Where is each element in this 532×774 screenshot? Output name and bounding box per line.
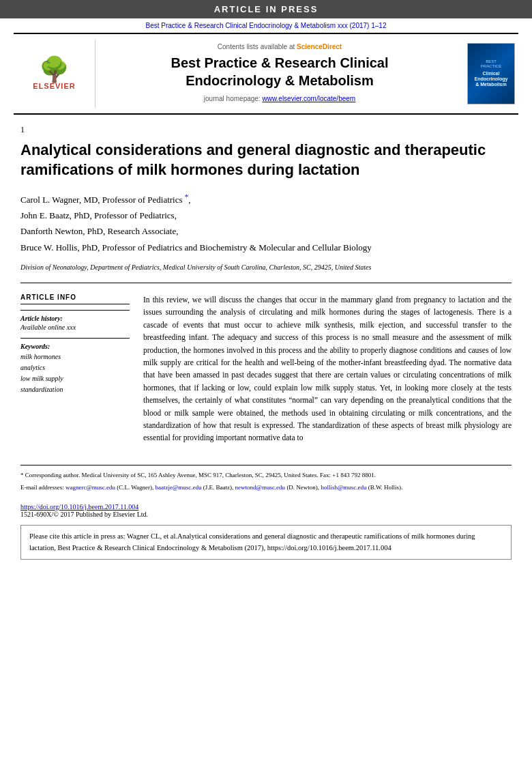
email-link-1[interactable]: wagnerc@musc.edu xyxy=(65,484,115,491)
homepage-link[interactable]: www.elsevier.com/locate/beem xyxy=(262,95,355,102)
journal-info: Contents lists available at ScienceDirec… xyxy=(95,40,464,108)
main-content: 1 Analytical considerations and general … xyxy=(0,115,532,455)
authors-list: Carol L. Wagner, MD, Professor of Pediat… xyxy=(20,190,512,255)
email-addresses: E-mail addresses: wagnerc@musc.edu (C.L.… xyxy=(20,483,512,493)
keyword-4: standardization xyxy=(20,384,130,395)
email-name-2: (J.E. Baatz), xyxy=(203,484,235,491)
email-link-4[interactable]: hollish@musc.edu xyxy=(321,484,366,491)
email-name-1: (C.L. Wagner), xyxy=(117,484,155,491)
keyword-3: low milk supply xyxy=(20,373,130,384)
keyword-1: milk hormones xyxy=(20,352,130,362)
cover-thumbnail: BESTPRACTICE ClinicalEndocrinology& Meta… xyxy=(467,43,515,104)
author-1: Carol L. Wagner, MD, Professor of Pediat… xyxy=(20,195,191,205)
sciencedirect-label: Contents lists available at xyxy=(218,43,295,51)
doi-section: https://doi.org/10.1016/j.beem.2017.11.0… xyxy=(20,503,512,518)
two-column-layout: ARTICLE INFO Article history: Available … xyxy=(20,293,512,444)
journal-title: Best Practice & Research Clinical Endocr… xyxy=(106,54,454,89)
journal-cover-image: BESTPRACTICE ClinicalEndocrinology& Meta… xyxy=(464,40,518,108)
corresponding-author-marker: * xyxy=(185,192,189,200)
email-label: E-mail addresses: xyxy=(20,484,64,491)
elsevier-tree-icon: 🌳 xyxy=(39,57,70,82)
abstract-text: In this review, we will discuss the chan… xyxy=(143,293,512,444)
journal-header: 🌳 ELSEVIER Contents lists available at S… xyxy=(14,33,518,115)
author-4: Bruce W. Hollis, PhD, Professor of Pedia… xyxy=(20,242,372,253)
info-divider xyxy=(20,310,130,311)
email-name-3: (D. Newton), xyxy=(286,484,321,491)
article-in-press-banner: ARTICLE IN PRESS xyxy=(0,0,532,18)
journal-reference: Best Practice & Research Clinical Endocr… xyxy=(0,18,532,33)
email-name-4: (B.W. Hollis). xyxy=(368,484,403,491)
divider-line xyxy=(20,283,512,283)
author-2: John E. Baatz, PhD, Professor of Pediatr… xyxy=(20,210,177,220)
email-link-2[interactable]: baatzje@musc.edu xyxy=(156,484,202,491)
history-value: Available online xxx xyxy=(20,324,130,331)
affiliation: Division of Neonatology, Department of P… xyxy=(20,262,512,272)
elsevier-brand-text: ELSEVIER xyxy=(33,82,75,90)
email-link-3[interactable]: newtond@musc.edu xyxy=(235,484,286,491)
article-info-title: ARTICLE INFO xyxy=(20,293,130,304)
footnote-section: * Corresponding author. Medical Universi… xyxy=(20,465,512,493)
issn-text: 1521-690X/© 2017 Published by Elsevier L… xyxy=(20,511,148,518)
info-divider-2 xyxy=(20,338,130,339)
abstract-section: In this review, we will discuss the chan… xyxy=(143,293,512,444)
article-info-section: ARTICLE INFO Article history: Available … xyxy=(20,293,130,444)
keyword-2: analytics xyxy=(20,362,130,373)
cover-text-best: BESTPRACTICE xyxy=(481,59,501,69)
elsevier-logo: 🌳 ELSEVIER xyxy=(14,40,95,108)
journal-homepage: journal homepage: www.elsevier.com/locat… xyxy=(106,95,454,102)
article-title: Analytical considerations and general di… xyxy=(20,141,512,180)
sciencedirect-line: Contents lists available at ScienceDirec… xyxy=(106,43,454,51)
sciencedirect-link[interactable]: ScienceDirect xyxy=(297,43,342,51)
cite-box: Please cite this article in press as: Wa… xyxy=(20,525,512,560)
corresponding-author-note: * Corresponding author. Medical Universi… xyxy=(20,471,512,481)
doi-link[interactable]: https://doi.org/10.1016/j.beem.2017.11.0… xyxy=(20,503,138,511)
history-label: Article history: xyxy=(20,315,130,322)
page-number: 1 xyxy=(20,125,512,135)
keywords-label: Keywords: xyxy=(20,343,130,350)
cover-text-endocrinology: ClinicalEndocrinology& Metabolism xyxy=(475,71,508,88)
author-3: Danforth Newton, PhD, Research Associate… xyxy=(20,226,178,236)
